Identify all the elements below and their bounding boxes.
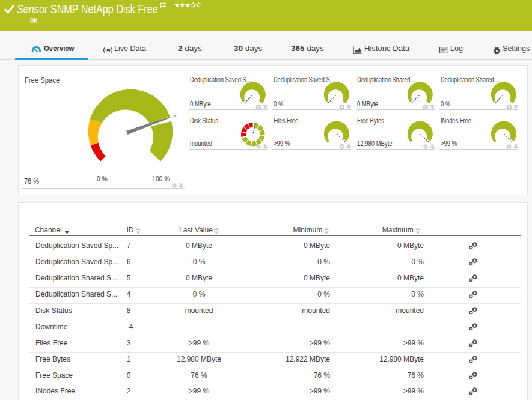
svg-text:x: x xyxy=(173,112,176,119)
